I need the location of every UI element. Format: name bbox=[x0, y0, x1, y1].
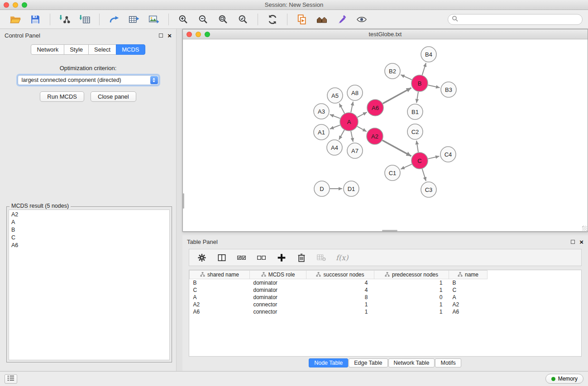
table-cell[interactable]: A2 bbox=[190, 301, 250, 308]
table-cell[interactable]: 0 bbox=[374, 294, 449, 301]
float-panel-icon[interactable] bbox=[159, 33, 163, 38]
edge-A-A3[interactable] bbox=[330, 114, 340, 119]
search-field[interactable] bbox=[448, 14, 583, 25]
node-A6[interactable]: A6 bbox=[367, 100, 383, 116]
memory-button[interactable]: Memory bbox=[545, 374, 583, 384]
mcds-result-item[interactable]: A bbox=[9, 219, 169, 226]
table-cell[interactable]: dominator bbox=[250, 279, 306, 286]
edge-B-B1[interactable] bbox=[416, 92, 418, 103]
zoom-fit-button[interactable] bbox=[215, 13, 232, 26]
node-A3[interactable]: A3 bbox=[314, 104, 329, 119]
tab-select[interactable]: Select bbox=[88, 44, 116, 55]
delete-table-button[interactable] bbox=[313, 252, 330, 263]
node-B1[interactable]: B1 bbox=[407, 104, 423, 119]
function-builder-button[interactable]: f(x) bbox=[333, 253, 351, 262]
column-header-predecessor-nodes[interactable]: predecessor nodes bbox=[374, 271, 449, 279]
table-cell[interactable]: dominator bbox=[250, 294, 306, 301]
paint-style-button[interactable] bbox=[333, 13, 350, 26]
tab-node-table[interactable]: Node Table bbox=[309, 358, 348, 367]
zoom-in-button[interactable] bbox=[175, 13, 192, 26]
table-cell[interactable]: 1 bbox=[374, 301, 449, 308]
edge-B-B2[interactable] bbox=[401, 75, 411, 80]
tab-edge-table[interactable]: Edge Table bbox=[349, 358, 387, 367]
node-D[interactable]: D bbox=[314, 181, 330, 196]
table-row[interactable]: Cdominator41C bbox=[190, 286, 581, 294]
node-B[interactable]: B bbox=[411, 75, 428, 91]
zoom-window-button[interactable] bbox=[22, 2, 27, 8]
table-cell[interactable]: B bbox=[190, 279, 250, 286]
apply-layout-button[interactable] bbox=[105, 13, 123, 26]
table-cell[interactable]: 1 bbox=[306, 308, 374, 315]
run-mcds-button[interactable]: Run MCDS bbox=[40, 91, 84, 102]
node-A4[interactable]: A4 bbox=[327, 140, 342, 155]
mcds-result-list[interactable]: A2ABCA6 bbox=[9, 210, 170, 360]
table-cell[interactable]: A bbox=[449, 294, 488, 301]
float-table-panel-icon[interactable] bbox=[571, 240, 575, 244]
split-columns-button[interactable] bbox=[214, 252, 230, 263]
table-row[interactable]: A6connector11A6 bbox=[190, 308, 581, 315]
table-cell[interactable]: dominator bbox=[250, 286, 306, 294]
table-cell[interactable]: A2 bbox=[449, 301, 488, 308]
zoom-out-button[interactable] bbox=[195, 13, 212, 26]
edge-C-C1[interactable] bbox=[401, 164, 411, 169]
export-image-button[interactable] bbox=[145, 13, 163, 26]
node-A[interactable]: A bbox=[340, 113, 358, 131]
node-B4[interactable]: B4 bbox=[421, 47, 436, 62]
delete-row-button[interactable] bbox=[293, 252, 310, 263]
edge-B-B3[interactable] bbox=[428, 85, 440, 88]
import-network-button[interactable] bbox=[56, 13, 73, 26]
network-close-button[interactable] bbox=[186, 32, 192, 37]
show-hide-button[interactable] bbox=[353, 13, 370, 26]
open-session-button[interactable] bbox=[7, 13, 24, 26]
edge-A-A4[interactable] bbox=[339, 130, 344, 139]
gear-button[interactable] bbox=[194, 252, 210, 263]
tab-network-table[interactable]: Network Table bbox=[388, 358, 435, 367]
close-window-button[interactable] bbox=[4, 2, 9, 8]
mcds-result-item[interactable]: C bbox=[9, 234, 169, 242]
table-row[interactable]: Bdominator41B bbox=[190, 279, 581, 286]
node-A5[interactable]: A5 bbox=[327, 88, 343, 103]
network-zoom-button[interactable] bbox=[205, 32, 210, 37]
tab-style[interactable]: Style bbox=[64, 44, 89, 55]
deselect-all-button[interactable] bbox=[253, 252, 270, 263]
table-cell[interactable]: A bbox=[190, 294, 250, 301]
node-D1[interactable]: D1 bbox=[344, 181, 359, 196]
edge-A-A6[interactable] bbox=[358, 112, 367, 117]
node-A1[interactable]: A1 bbox=[314, 124, 329, 140]
node-C2[interactable]: C2 bbox=[407, 124, 423, 139]
minimize-window-button[interactable] bbox=[13, 2, 18, 8]
node-C[interactable]: C bbox=[411, 152, 428, 169]
table-cell[interactable]: B bbox=[449, 279, 488, 286]
edge-A6-B[interactable] bbox=[383, 88, 411, 104]
network-window-titlebar[interactable]: testGlobe.txt bbox=[183, 29, 588, 39]
table-cell[interactable]: 1 bbox=[374, 279, 449, 286]
search-input[interactable] bbox=[460, 16, 578, 23]
mcds-result-item[interactable]: A2 bbox=[9, 211, 169, 219]
resize-handle[interactable] bbox=[582, 226, 587, 231]
zoom-selected-button[interactable] bbox=[234, 13, 252, 26]
vertical-scrollbar[interactable] bbox=[183, 193, 184, 209]
horizontal-scrollbar[interactable] bbox=[382, 230, 397, 231]
table-cell[interactable]: 1 bbox=[374, 286, 449, 294]
tab-network[interactable]: Network bbox=[31, 44, 64, 55]
table-cell[interactable]: 8 bbox=[306, 294, 374, 301]
edge-A-A5[interactable] bbox=[339, 104, 344, 114]
export-table-button[interactable] bbox=[125, 13, 143, 26]
table-cell[interactable]: C bbox=[449, 286, 488, 294]
node-B2[interactable]: B2 bbox=[385, 63, 400, 79]
table-cell[interactable]: A6 bbox=[190, 308, 250, 315]
edge-C-C2[interactable] bbox=[416, 141, 418, 152]
add-row-button[interactable] bbox=[273, 252, 290, 263]
close-table-panel-icon[interactable]: × bbox=[579, 238, 583, 245]
table-cell[interactable]: connector bbox=[250, 301, 306, 308]
close-panel-button[interactable]: Close panel bbox=[91, 91, 136, 102]
column-header-successor-nodes[interactable]: successor nodes bbox=[306, 271, 374, 279]
import-table-button[interactable] bbox=[76, 13, 93, 26]
column-header-shared-name[interactable]: shared name bbox=[190, 271, 250, 279]
node-C1[interactable]: C1 bbox=[385, 165, 400, 181]
edge-C-C3[interactable] bbox=[422, 169, 426, 181]
edge-A-A7[interactable] bbox=[351, 131, 353, 142]
edge-A2-C[interactable] bbox=[382, 140, 411, 156]
select-all-button[interactable] bbox=[234, 252, 250, 263]
network-canvas[interactable]: AA2A6BCA1A3A4A5A7A8B1B2B3B4C1C2C3C4DD1 bbox=[183, 39, 588, 231]
